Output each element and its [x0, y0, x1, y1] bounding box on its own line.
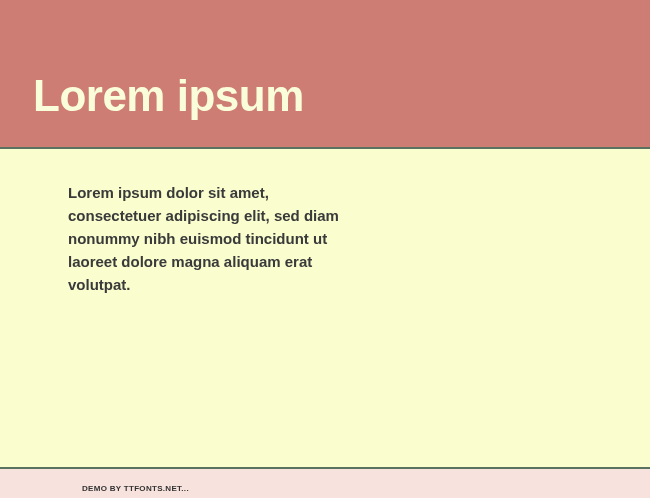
- content-area: Lorem ipsum dolor sit amet, consectetuer…: [0, 149, 650, 469]
- body-paragraph: Lorem ipsum dolor sit amet, consectetuer…: [68, 181, 363, 296]
- page-footer: DEMO BY TTFONTS.NET...: [0, 469, 650, 498]
- footer-attribution: DEMO BY TTFONTS.NET...: [82, 484, 189, 493]
- page-header: Lorem ipsum: [0, 0, 650, 149]
- page-title: Lorem ipsum: [33, 71, 304, 121]
